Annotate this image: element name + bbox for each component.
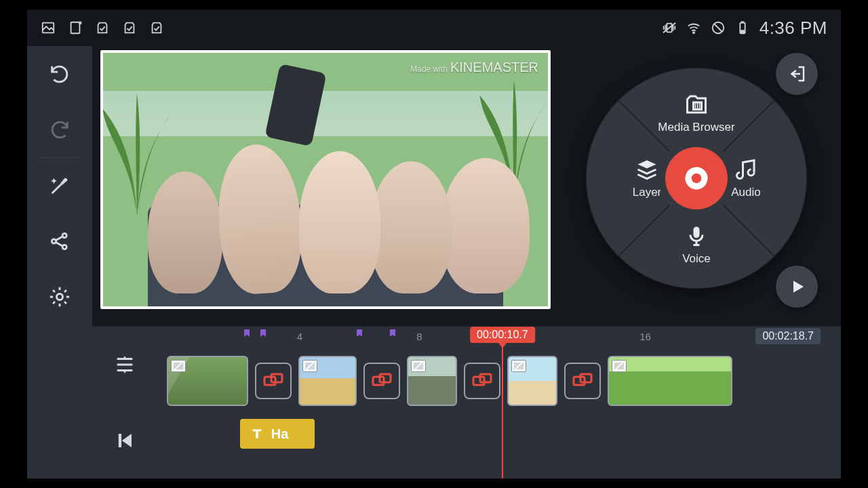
bookmark-marker[interactable]: [258, 328, 269, 339]
playhead-time[interactable]: 00:00:10.7: [470, 327, 535, 343]
timeline-toolbar: [92, 325, 157, 479]
status-time: 4:36 PM: [760, 18, 827, 39]
svg-rect-17: [380, 374, 391, 382]
battery-icon: [735, 20, 750, 35]
svg-rect-19: [480, 374, 491, 382]
video-clip[interactable]: [608, 356, 732, 406]
media-browser-button[interactable]: Media Browser: [656, 92, 737, 134]
effects-button[interactable]: [27, 158, 92, 214]
preview-scene: [103, 53, 548, 306]
action-wheel-area: Media Browser Layer Audio Voice: [571, 53, 822, 304]
preview-viewport[interactable]: Made withKINEMASTER: [100, 50, 551, 309]
video-clip[interactable]: [407, 356, 457, 406]
status-right: 4:36 PM: [662, 18, 827, 39]
prev-button[interactable]: [92, 403, 157, 479]
screenshot-icon: [68, 20, 83, 35]
image-icon: [41, 20, 56, 35]
clipboard-check-icon: [149, 20, 164, 35]
transition-button[interactable]: [255, 363, 292, 399]
tracks-button[interactable]: [92, 327, 157, 403]
image-badge-icon: [511, 360, 526, 372]
image-badge-icon: [411, 360, 426, 372]
watermark: Made withKINEMASTER: [410, 60, 538, 75]
bookmark-marker[interactable]: [241, 328, 252, 339]
share-button[interactable]: [27, 214, 92, 269]
timeline[interactable]: 4 8 16 00:00:10.7 00:02:18.7: [157, 325, 841, 479]
svg-point-3: [692, 32, 694, 34]
ruler-tick: 4: [297, 331, 302, 342]
image-badge-icon: [612, 360, 627, 372]
left-toolbar: [27, 46, 92, 479]
play-button[interactable]: [776, 266, 818, 308]
text-icon: [250, 426, 264, 441]
status-bar: 4:36 PM: [27, 9, 841, 46]
record-button[interactable]: [665, 147, 728, 209]
total-duration: 00:02:18.7: [755, 328, 821, 344]
ruler-tick: 8: [416, 331, 422, 342]
wheel-label: Audio: [731, 186, 760, 199]
image-badge-icon: [171, 360, 186, 372]
text-layer-clip[interactable]: Ha: [240, 419, 315, 449]
svg-rect-14: [264, 377, 275, 385]
no-sim-icon: [711, 20, 726, 35]
overlay-track[interactable]: Ha: [167, 419, 831, 455]
svg-rect-1: [71, 22, 80, 34]
svg-rect-20: [574, 377, 585, 385]
video-clip[interactable]: [507, 356, 557, 406]
settings-button[interactable]: [27, 269, 92, 325]
svg-point-9: [62, 233, 66, 237]
svg-rect-13: [694, 227, 700, 239]
main: Made withKINEMASTER Media Browser Layer: [27, 46, 841, 479]
wheel-label: Media Browser: [658, 121, 734, 134]
text-layer-label: Ha: [271, 426, 289, 442]
svg-rect-15: [271, 374, 282, 382]
bookmark-marker[interactable]: [387, 328, 398, 339]
svg-rect-7: [741, 30, 745, 33]
clipboard-check-icon: [122, 20, 137, 35]
svg-point-10: [62, 245, 66, 249]
action-wheel: Media Browser Layer Audio Voice: [586, 68, 807, 289]
watermark-brand: KINEMASTER: [450, 60, 538, 75]
undo-button[interactable]: [27, 46, 92, 102]
svg-rect-21: [580, 374, 591, 382]
device-frame: 4:36 PM: [27, 9, 841, 479]
svg-point-11: [56, 293, 62, 300]
bookmark-marker[interactable]: [354, 328, 365, 339]
svg-point-8: [52, 239, 56, 243]
vibrate-icon: [662, 20, 677, 35]
video-track[interactable]: [167, 352, 831, 409]
status-left: [41, 20, 164, 35]
transition-button[interactable]: [363, 363, 400, 399]
exit-button[interactable]: [776, 53, 818, 95]
image-badge-icon: [302, 360, 317, 372]
transition-button[interactable]: [564, 363, 601, 399]
video-clip[interactable]: [298, 356, 357, 406]
ruler-tick: 16: [639, 331, 651, 342]
watermark-prefix: Made with: [410, 64, 448, 74]
voice-button[interactable]: Voice: [656, 224, 737, 266]
timeline-ruler[interactable]: 4 8 16 00:00:10.7 00:02:18.7: [167, 325, 831, 348]
transition-button[interactable]: [464, 363, 500, 399]
wheel-label: Layer: [633, 186, 662, 199]
redo-button[interactable]: [27, 102, 92, 157]
svg-rect-6: [741, 22, 744, 23]
center-area: Made withKINEMASTER Media Browser Layer: [92, 46, 841, 479]
svg-rect-18: [473, 377, 484, 385]
playhead[interactable]: [502, 344, 503, 479]
svg-rect-16: [373, 377, 384, 385]
video-clip[interactable]: [167, 356, 248, 406]
wheel-label: Voice: [682, 252, 711, 266]
clipboard-check-icon: [95, 20, 110, 35]
wifi-icon: [686, 20, 701, 35]
